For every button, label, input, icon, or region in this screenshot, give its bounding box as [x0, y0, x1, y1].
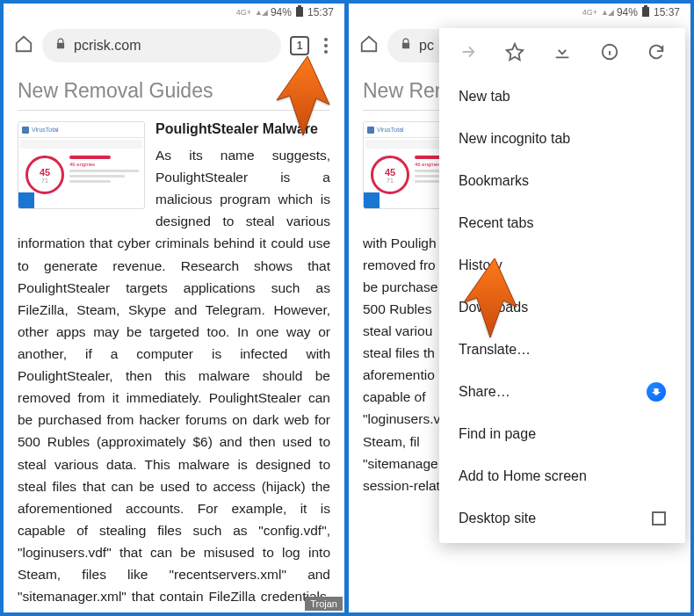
messenger-icon: [647, 382, 666, 402]
network-type: 4G+: [582, 8, 597, 17]
lock-icon: [400, 38, 412, 54]
signal-icon: ▲◢: [255, 8, 267, 17]
screenshot-right: 4G+ ▲◢ 94% 15:37 pc New Rem Vir: [347, 4, 690, 612]
menu-recent-tabs[interactable]: Recent tabs: [439, 202, 685, 244]
home-icon[interactable]: [14, 34, 33, 57]
url-text: pcrisk.com: [74, 38, 141, 54]
battery-percent: 94%: [271, 6, 292, 18]
status-bar: 4G+ ▲◢ 94% 15:37: [4, 4, 344, 21]
screenshot-left: 4G+ ▲◢ 94% 15:37 pcrisk.com 1 New Remova…: [4, 4, 347, 612]
score-gauge: 45 71: [371, 156, 409, 194]
refresh-icon[interactable]: [647, 42, 666, 62]
score-gauge: 45 71: [25, 156, 64, 194]
battery-percent: 94%: [617, 6, 638, 18]
battery-icon: [295, 5, 304, 20]
menu-add-home[interactable]: Add to Home screen: [439, 455, 685, 497]
battery-icon: [641, 5, 650, 20]
menu-new-incognito[interactable]: New incognito tab: [439, 118, 685, 160]
download-icon[interactable]: [553, 42, 572, 62]
menu-button[interactable]: [318, 37, 334, 54]
svg-rect-3: [644, 5, 647, 7]
info-icon[interactable]: [600, 42, 619, 62]
annotation-arrow-menu: [272, 56, 334, 139]
menu-desktop-site[interactable]: Desktop site: [439, 497, 685, 540]
url-text: pc: [419, 38, 434, 54]
clock: 15:37: [654, 6, 680, 18]
menu-new-tab[interactable]: New tab: [439, 76, 685, 118]
menu-bookmarks[interactable]: Bookmarks: [439, 160, 685, 202]
menu-find-in-page[interactable]: Find in page: [439, 413, 685, 455]
svg-rect-0: [296, 7, 303, 17]
menu-icon-row: [439, 28, 685, 76]
status-bar: 4G+ ▲◢ 94% 15:37: [349, 4, 690, 21]
star-icon[interactable]: [505, 42, 524, 62]
tabs-button[interactable]: 1: [290, 36, 309, 55]
home-icon[interactable]: [359, 34, 379, 57]
svg-rect-1: [298, 5, 301, 7]
address-bar[interactable]: pcrisk.com: [42, 29, 281, 62]
menu-share[interactable]: Share…: [439, 371, 685, 413]
category-tag: Trojan: [305, 597, 343, 611]
signal-icon: ▲◢: [601, 8, 613, 17]
annotation-arrow-history: [459, 258, 521, 341]
page-content: New Removal Guides VirusTotal 45 71 46 e…: [4, 70, 344, 612]
article-body: As its name suggests, PoulightStealer is…: [18, 144, 330, 612]
engines-bar: [69, 156, 111, 159]
lock-icon: [54, 38, 67, 54]
network-type: 4G+: [236, 8, 251, 17]
article-thumbnail[interactable]: VirusTotal 45 71 46 engines: [18, 121, 145, 209]
forward-icon[interactable]: [459, 42, 478, 62]
clock: 15:37: [307, 6, 334, 18]
checkbox-icon[interactable]: [652, 511, 666, 525]
article: VirusTotal 45 71 46 engines: [18, 121, 330, 612]
svg-rect-2: [642, 7, 649, 17]
